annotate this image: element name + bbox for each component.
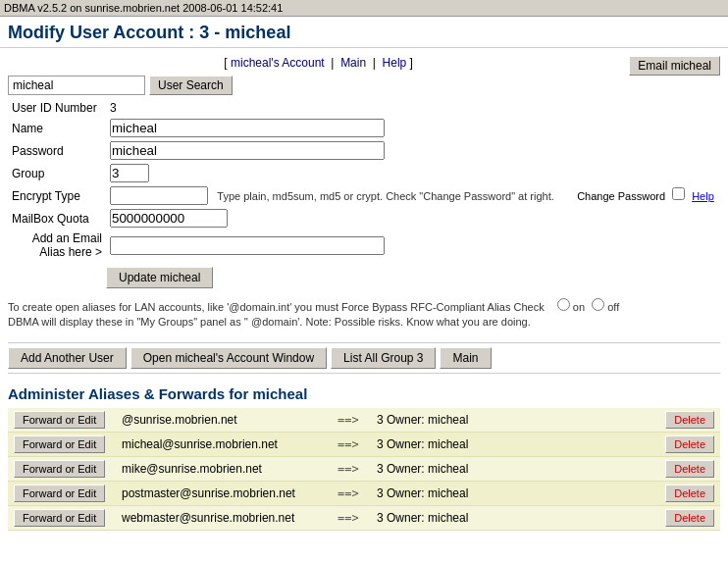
nav-links: [ micheal's Account | Main | Help ] Emai… [8, 52, 720, 76]
alias-delete-cell: Delete [567, 505, 720, 530]
alias-owner-cell: 3 Owner: micheal [371, 432, 567, 456]
group-cell [106, 162, 720, 184]
alias-edit-button[interactable]: Forward or Edit [14, 411, 105, 429]
alias-edit-cell: Forward or Edit [8, 481, 116, 505]
alias-table: Forward or Edit @sunrise.mobrien.net ==>… [8, 408, 720, 531]
main-container: [ micheal's Account | Main | Help ] Emai… [0, 48, 728, 535]
alias-edit-cell: Forward or Edit [8, 408, 116, 433]
alias-edit-button[interactable]: Forward or Edit [14, 435, 105, 453]
alias-delete-button[interactable]: Delete [665, 411, 714, 429]
rfc-off-radio[interactable] [592, 298, 604, 311]
rfc-on-radio[interactable] [557, 298, 570, 311]
alias-row: Forward or Edit mike@sunrise.mobrien.net… [8, 456, 720, 481]
main-link[interactable]: Main [340, 56, 366, 70]
alias-delete-cell: Delete [567, 456, 720, 481]
add-alias-row: Add an Email Alias here > [8, 230, 720, 261]
update-button[interactable]: Update micheal [106, 267, 213, 288]
help-link[interactable]: Help [383, 56, 407, 70]
alias-row: Forward or Edit postmaster@sunrise.mobri… [8, 481, 720, 505]
change-password-checkbox[interactable] [672, 187, 685, 200]
change-password-area: Change Password Help [577, 190, 714, 202]
alias-arrow: ==> [332, 481, 371, 505]
title-bar: DBMA v2.5.2 on sunrise.mobrien.net 2008-… [0, 0, 728, 17]
password-cell [106, 139, 720, 162]
alias-delete-cell: Delete [567, 432, 720, 456]
button-row: Add Another User Open micheal's Account … [8, 342, 720, 374]
password-label: Password [8, 139, 106, 162]
password-row: Password [8, 139, 720, 162]
alias-address-cell: webmaster@sunrise.mobrien.net [116, 505, 332, 530]
rfc-note-line2: DBMA will display these in "My Groups" p… [8, 316, 531, 328]
rfc-radio-area: on off [557, 301, 619, 313]
encrypt-label: Encrypt Type [8, 184, 106, 207]
alias-owner-cell: 3 Owner: micheal [371, 408, 567, 433]
alias-edit-cell: Forward or Edit [8, 505, 116, 530]
alias-row: Forward or Edit webmaster@sunrise.mobrie… [8, 505, 720, 530]
user-search-button[interactable]: User Search [149, 76, 233, 95]
encrypt-row: Encrypt Type Type plain, md5sum, md5 or … [8, 184, 720, 207]
alias-owner-cell: 3 Owner: micheal [371, 481, 567, 505]
encrypt-cell: Type plain, md5sum, md5 or crypt. Check … [106, 184, 720, 207]
alias-address-cell: postmaster@sunrise.mobrien.net [116, 481, 332, 505]
alias-edit-button[interactable]: Forward or Edit [14, 485, 105, 502]
encrypt-note: Type plain, md5sum, md5 or crypt. Check … [217, 190, 553, 202]
open-account-button[interactable]: Open micheal's Account Window [130, 347, 327, 369]
alias-edit-button[interactable]: Forward or Edit [14, 460, 105, 478]
userid-row: User ID Number 3 [8, 99, 720, 117]
add-alias-input[interactable] [110, 236, 385, 255]
alias-delete-cell: Delete [567, 408, 720, 433]
alias-address-cell: mike@sunrise.mobrien.net [116, 456, 332, 481]
list-group-button[interactable]: List All Group 3 [331, 347, 436, 369]
mailbox-row: MailBox Quota [8, 207, 720, 230]
update-row: Update micheal [8, 261, 720, 294]
group-input[interactable] [110, 164, 149, 182]
alias-row: Forward or Edit @sunrise.mobrien.net ==>… [8, 408, 720, 433]
name-label: Name [8, 117, 106, 139]
alias-owner-cell: 3 Owner: micheal [371, 456, 567, 481]
alias-delete-button[interactable]: Delete [665, 509, 714, 527]
alias-arrow: ==> [332, 456, 371, 481]
alias-row: Forward or Edit micheal@sunrise.mobrien.… [8, 432, 720, 456]
alias-edit-cell: Forward or Edit [8, 432, 116, 456]
mailbox-label: MailBox Quota [8, 207, 106, 230]
page-title: Modify User Account : 3 - micheal [0, 17, 728, 48]
alias-edit-button[interactable]: Forward or Edit [14, 509, 105, 527]
name-cell [106, 117, 720, 139]
alias-arrow: ==> [332, 408, 371, 433]
alias-owner-cell: 3 Owner: micheal [371, 505, 567, 530]
rfc-alias-note: To create open aliases for LAN accounts,… [8, 294, 720, 334]
name-input[interactable] [110, 119, 385, 137]
alias-section-title: Administer Aliases & Forwards for michea… [8, 378, 720, 408]
mailbox-cell [106, 207, 720, 230]
alias-delete-button[interactable]: Delete [665, 460, 714, 478]
mailbox-input[interactable] [110, 209, 228, 228]
search-input[interactable] [8, 76, 145, 95]
alias-edit-cell: Forward or Edit [8, 456, 116, 481]
add-another-user-button[interactable]: Add Another User [8, 347, 127, 369]
title-bar-text: DBMA v2.5.2 on sunrise.mobrien.net 2008-… [4, 2, 283, 14]
encrypt-input[interactable] [110, 186, 208, 205]
alias-delete-button[interactable]: Delete [665, 485, 714, 502]
alias-address-cell: micheal@sunrise.mobrien.net [116, 432, 332, 456]
alias-address-cell: @sunrise.mobrien.net [116, 408, 332, 433]
form-table: User ID Number 3 Name Password Group Enc… [8, 99, 720, 261]
alias-arrow: ==> [332, 505, 371, 530]
help-link-encrypt: Help [692, 190, 714, 202]
group-row: Group [8, 162, 720, 184]
userid-value: 3 [106, 99, 720, 117]
add-alias-label: Add an Email Alias here > [8, 230, 106, 261]
password-input[interactable] [110, 141, 385, 160]
alias-delete-button[interactable]: Delete [665, 435, 714, 453]
search-row: User Search [8, 76, 720, 95]
alias-arrow: ==> [332, 432, 371, 456]
alias-delete-cell: Delete [567, 481, 720, 505]
userid-label: User ID Number [8, 99, 106, 117]
main-button[interactable]: Main [440, 347, 491, 369]
name-row: Name [8, 117, 720, 139]
rfc-note-line1: To create open aliases for LAN accounts,… [8, 301, 545, 313]
email-button[interactable]: Email micheal [629, 56, 720, 76]
add-alias-cell [106, 230, 720, 261]
help-encrypt-link[interactable]: Help [692, 190, 714, 202]
account-link[interactable]: micheal's Account [231, 56, 325, 70]
rfc-off-label: off [607, 301, 619, 313]
